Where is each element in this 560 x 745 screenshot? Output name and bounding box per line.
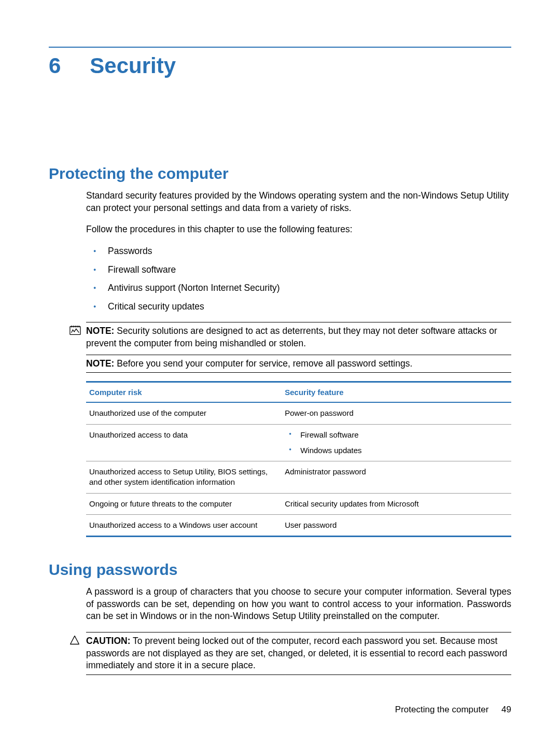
cell-feature: User password (282, 515, 511, 536)
footer-section-title: Protecting the computer (395, 705, 488, 714)
cell-feature: Firewall software Windows updates (282, 425, 511, 461)
protecting-body: Standard security features provided by t… (86, 190, 511, 313)
table-row: Unauthorized access to Setup Utility, BI… (86, 461, 511, 494)
chapter-title: Security (90, 55, 176, 77)
caution-text: To prevent being locked out of the compu… (86, 636, 507, 670)
passwords-paragraph: A password is a group of characters that… (86, 586, 511, 623)
caution-content: CAUTION: To prevent being locked out of … (86, 632, 511, 675)
page-footer: Protecting the computer 49 (395, 705, 511, 715)
chapter-heading: 6 Security (49, 55, 511, 77)
cell-risk: Unauthorized access to a Windows user ac… (86, 515, 282, 536)
cell-feature: Administrator password (282, 461, 511, 493)
document-page: 6 Security Protecting the computer Stand… (0, 0, 560, 745)
note-label: NOTE: (86, 326, 114, 336)
cell-risk: Unauthorized access to Setup Utility, BI… (86, 461, 282, 493)
cell-risk: Unauthorized access to data (86, 425, 282, 461)
passwords-body: A password is a group of characters that… (86, 586, 511, 623)
table-row: Unauthorized access to a Windows user ac… (86, 515, 511, 536)
cell-feature: Power-on password (282, 403, 511, 424)
note-text: Before you send your computer for servic… (117, 358, 412, 369)
feature-item: Firewall software (86, 264, 511, 276)
note-block: NOTE: Before you send your computer for … (86, 355, 511, 373)
note-label: NOTE: (86, 358, 114, 369)
feature-item: Passwords (86, 245, 511, 258)
table-row: Ongoing or future threats to the compute… (86, 494, 511, 515)
note-icon (69, 325, 81, 336)
note-text: Security solutions are designed to act a… (86, 326, 497, 348)
caution-icon (69, 635, 81, 646)
section-heading-passwords: Using passwords (49, 561, 511, 579)
cell-risk: Unauthorized use of the computer (86, 403, 282, 424)
note-block: NOTE: Security solutions are designed to… (49, 322, 511, 352)
feature-item: Critical security updates (86, 301, 511, 313)
table-header-feature: Security feature (282, 383, 511, 402)
cell-risk: Ongoing or future threats to the compute… (86, 494, 282, 514)
page-number: 49 (501, 705, 511, 714)
chapter-number: 6 (49, 55, 61, 77)
caution-label: CAUTION: (86, 636, 131, 646)
feature-item: Antivirus support (Norton Internet Secur… (86, 282, 511, 294)
feature-list-item: Firewall software (285, 430, 508, 440)
protecting-paragraph-1: Standard security features provided by t… (86, 190, 511, 214)
risk-feature-table: Computer risk Security feature Unauthori… (86, 381, 511, 537)
table-header-row: Computer risk Security feature (86, 383, 511, 403)
table-header-risk: Computer risk (86, 383, 282, 402)
chapter-rule (49, 47, 511, 48)
cell-feature: Critical security updates from Microsoft (282, 494, 511, 514)
note-2-content: NOTE: Before you send your computer for … (86, 355, 511, 373)
note-1-content: NOTE: Security solutions are designed to… (86, 322, 511, 352)
caution-block: CAUTION: To prevent being locked out of … (49, 632, 511, 675)
table-row: Unauthorized use of the computer Power-o… (86, 403, 511, 424)
section-heading-protecting: Protecting the computer (49, 165, 511, 182)
feature-list-item: Windows updates (285, 445, 508, 456)
features-list: Passwords Firewall software Antivirus su… (86, 245, 511, 313)
protecting-paragraph-2: Follow the procedures in this chapter to… (86, 223, 511, 236)
table-row: Unauthorized access to data Firewall sof… (86, 425, 511, 462)
